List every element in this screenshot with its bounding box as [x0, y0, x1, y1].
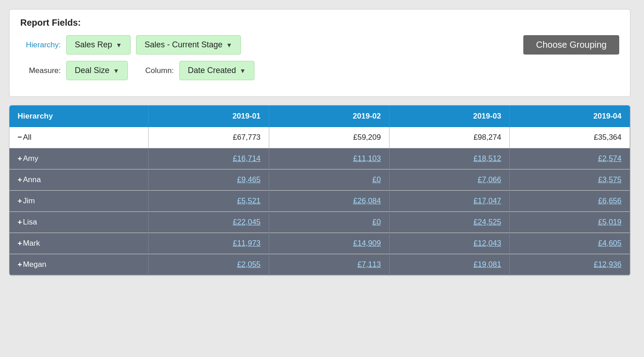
value-cell[interactable]: £12,936	[509, 254, 630, 275]
measure-label: Measure:	[20, 66, 61, 75]
value-cell[interactable]: £6,656	[509, 191, 630, 212]
value-cell: £98,274	[389, 127, 509, 148]
value-cell[interactable]: £2,055	[149, 254, 269, 275]
expand-icon: +	[18, 154, 22, 163]
value-cell[interactable]: £14,909	[269, 233, 389, 254]
col-2019-03: 2019-03	[389, 105, 509, 127]
value-cell[interactable]: £3,575	[509, 169, 630, 191]
value-link[interactable]: £11,973	[233, 239, 260, 247]
table-row[interactable]: +Lisa£22,045£0£24,525£5,019	[9, 212, 630, 233]
value-cell[interactable]: £11,103	[269, 148, 389, 169]
value-cell[interactable]: £7,066	[389, 169, 509, 191]
value-cell[interactable]: £17,047	[389, 191, 509, 212]
value-link[interactable]: £7,066	[478, 175, 501, 184]
value-link[interactable]: £2,574	[598, 154, 621, 163]
value-cell[interactable]: £0	[269, 212, 389, 233]
table-row[interactable]: +Jim£5,521£26,084£17,047£6,656	[9, 191, 630, 212]
value-cell[interactable]: £0	[269, 169, 389, 191]
row-label: Megan	[23, 260, 46, 269]
panel-title: Report Fields:	[20, 18, 619, 28]
value-link[interactable]: £2,055	[237, 260, 261, 269]
value-cell[interactable]: £18,512	[389, 148, 509, 169]
sales-rep-dropdown[interactable]: Sales Rep ▼	[66, 35, 131, 55]
date-created-dropdown[interactable]: Date Created ▼	[179, 61, 254, 80]
row-label: Jim	[23, 197, 35, 205]
column-label: Column:	[133, 66, 174, 75]
row-label: Lisa	[23, 218, 37, 226]
value-link[interactable]: £12,043	[473, 239, 501, 247]
hierarchy-row: Hierarchy: Sales Rep ▼ Sales - Current S…	[20, 35, 619, 55]
value-cell[interactable]: £2,574	[509, 148, 630, 169]
measure-row: Measure: Deal Size ▼ Column: Date Create…	[20, 61, 619, 80]
value-cell[interactable]: £22,045	[149, 212, 269, 233]
choose-grouping-button[interactable]: Choose Grouping	[523, 35, 619, 55]
value-link[interactable]: £17,047	[473, 197, 501, 205]
value-cell[interactable]: £4,605	[509, 233, 630, 254]
report-fields-panel: Report Fields: Hierarchy: Sales Rep ▼ Sa…	[9, 9, 630, 97]
table-row-all[interactable]: −All£67,773£59,209£98,274£35,364	[9, 127, 630, 148]
value-cell[interactable]: £7,113	[269, 254, 389, 275]
value-link[interactable]: £6,656	[598, 197, 621, 205]
value-link[interactable]: £11,103	[353, 154, 381, 163]
expand-icon: +	[18, 197, 22, 206]
deal-size-dropdown[interactable]: Deal Size ▼	[66, 61, 128, 80]
value-link[interactable]: £7,113	[358, 260, 381, 269]
value-link[interactable]: £5,521	[237, 197, 261, 205]
table-row[interactable]: +Megan£2,055£7,113£19,081£12,936	[9, 254, 630, 275]
col-2019-01: 2019-01	[149, 105, 269, 127]
row-label: Amy	[23, 154, 38, 163]
chevron-down-icon: ▼	[116, 41, 122, 49]
col-2019-04: 2019-04	[509, 105, 630, 127]
row-label: Anna	[23, 175, 41, 184]
table-header-row: Hierarchy 2019-01 2019-02 2019-03 2019-0…	[9, 105, 630, 127]
value-link[interactable]: £22,045	[233, 218, 260, 226]
expand-icon: +	[18, 239, 22, 248]
row-label: Mark	[23, 239, 40, 247]
value-link[interactable]: £19,081	[473, 260, 501, 269]
expand-icon: +	[18, 260, 22, 269]
table-row[interactable]: +Anna£9,465£0£7,066£3,575	[9, 169, 630, 191]
chevron-down-icon: ▼	[240, 67, 246, 74]
col-2019-02: 2019-02	[269, 105, 389, 127]
value-cell[interactable]: £19,081	[389, 254, 509, 275]
value-link[interactable]: £12,936	[594, 260, 621, 269]
value-link[interactable]: £18,512	[473, 154, 501, 163]
value-cell: £59,209	[269, 127, 389, 148]
table-row[interactable]: +Mark£11,973£14,909£12,043£4,605	[9, 233, 630, 254]
row-label: All	[23, 133, 32, 142]
chevron-down-icon: ▼	[226, 41, 232, 49]
collapse-icon: −	[18, 133, 22, 142]
value-cell[interactable]: £11,973	[149, 233, 269, 254]
value-link[interactable]: £4,605	[598, 239, 621, 247]
value-cell[interactable]: £9,465	[149, 169, 269, 191]
value-link[interactable]: £14,909	[353, 239, 381, 247]
value-cell[interactable]: £16,714	[149, 148, 269, 169]
expand-icon: +	[18, 175, 22, 184]
data-table-container: Hierarchy 2019-01 2019-02 2019-03 2019-0…	[9, 105, 630, 276]
expand-icon: +	[18, 218, 22, 227]
hierarchy-label: Hierarchy:	[20, 41, 61, 50]
value-link[interactable]: £16,714	[233, 154, 260, 163]
data-table: Hierarchy 2019-01 2019-02 2019-03 2019-0…	[9, 105, 630, 275]
table-row[interactable]: +Amy£16,714£11,103£18,512£2,574	[9, 148, 630, 169]
value-cell[interactable]: £12,043	[389, 233, 509, 254]
value-link[interactable]: £26,084	[353, 197, 381, 205]
value-link[interactable]: £9,465	[237, 175, 261, 184]
value-cell: £67,773	[149, 127, 269, 148]
value-link[interactable]: £0	[372, 175, 381, 184]
value-link[interactable]: £5,019	[598, 218, 621, 226]
value-cell[interactable]: £5,521	[149, 191, 269, 212]
value-link[interactable]: £3,575	[598, 175, 621, 184]
sales-stage-dropdown[interactable]: Sales - Current Stage ▼	[136, 35, 241, 55]
col-hierarchy: Hierarchy	[9, 105, 149, 127]
value-cell[interactable]: £26,084	[269, 191, 389, 212]
value-cell[interactable]: £5,019	[509, 212, 630, 233]
value-link[interactable]: £0	[372, 218, 381, 226]
value-cell[interactable]: £24,525	[389, 212, 509, 233]
chevron-down-icon: ▼	[113, 67, 119, 74]
value-cell: £35,364	[509, 127, 630, 148]
value-link[interactable]: £24,525	[473, 218, 501, 226]
